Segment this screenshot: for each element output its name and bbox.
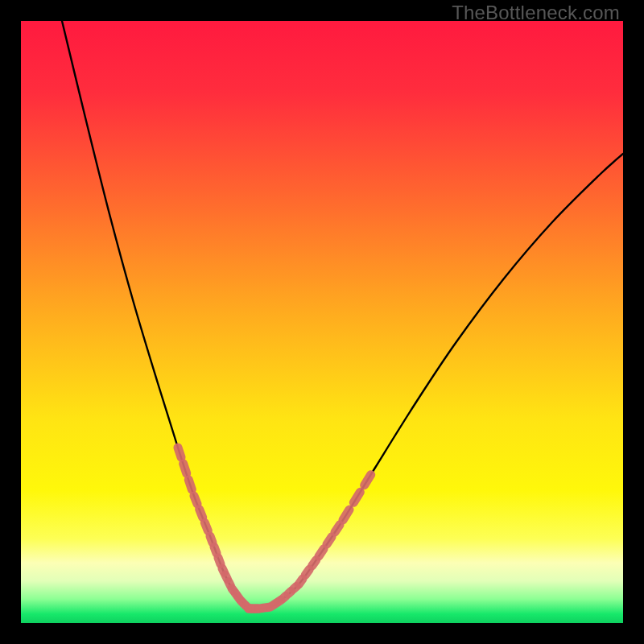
left-descent-marks <box>194 496 197 504</box>
right-ascent-marks <box>335 525 340 532</box>
left-descent-marks <box>178 448 181 457</box>
right-ascent-marks <box>343 510 349 520</box>
left-descent-marks <box>204 522 208 530</box>
left-descent-marks <box>184 464 187 473</box>
left-descent-marks <box>214 547 217 553</box>
right-ascent-marks <box>299 579 303 584</box>
highlight-marks <box>178 448 371 609</box>
right-ascent-marks <box>319 549 324 556</box>
right-ascent-marks <box>327 537 332 544</box>
watermark-text: TheBottleneck.com <box>452 2 620 24</box>
right-ascent-marks <box>312 560 316 566</box>
left-descent-marks <box>200 510 203 518</box>
left-descent-marks <box>210 536 213 543</box>
right-ascent-marks <box>305 569 309 575</box>
plot-frame <box>21 21 623 623</box>
right-ascent-marks <box>365 475 371 485</box>
left-descent-marks <box>218 558 221 564</box>
bottleneck-curve-layer <box>21 21 623 623</box>
left-descent-marks <box>188 480 192 489</box>
right-ascent-marks <box>353 492 360 502</box>
